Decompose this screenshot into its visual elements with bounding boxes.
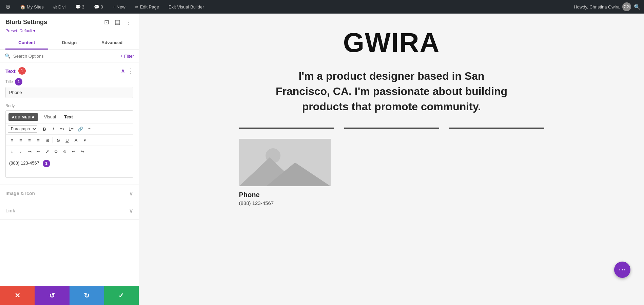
outdent-button[interactable]: ⇤ xyxy=(34,147,42,155)
undo-footer-button[interactable]: ↺ xyxy=(35,286,69,305)
body-label: Body xyxy=(0,102,139,110)
resize-icon[interactable]: ⊡ xyxy=(103,18,111,26)
table-button[interactable]: ⊞ xyxy=(43,136,51,144)
filter-label: + Filter xyxy=(120,54,134,59)
add-media-button[interactable]: ADD MEDIA xyxy=(8,113,38,121)
toolbar-row-3: ↕ ₓ ⇥ ⇤ ⤢ Ω ☺ ↩ ↪ xyxy=(6,146,133,157)
body-label-text: Body xyxy=(5,103,15,108)
placeholder-svg xyxy=(239,139,331,186)
paragraph-select[interactable]: Paragraph xyxy=(8,125,37,133)
ordered-list-button[interactable]: 1≡ xyxy=(67,125,75,133)
panel-footer: ✕ ↺ ↻ ✓ xyxy=(0,286,139,305)
indent-button[interactable]: ⇥ xyxy=(25,147,34,155)
body-content-text: (888) 123-4567 xyxy=(9,160,39,166)
badge-2: 1 xyxy=(43,160,50,167)
admin-bar: ⊛ 🏠 My Sites ◎ Divi 💬 3 💬 0 + New ✏ Edit… xyxy=(0,0,644,14)
chevron-down-icon-2: ∨ xyxy=(129,207,133,214)
blockquote-button[interactable]: ❝ xyxy=(85,125,94,133)
search-icon[interactable]: 🔍 xyxy=(634,4,641,10)
my-sites-menu[interactable]: 🏠 My Sites xyxy=(18,0,46,14)
collapse-icon[interactable]: ∧ xyxy=(121,67,125,75)
toolbar-row-1: Paragraph B I ≡• 1≡ 🔗 ❝ xyxy=(6,123,133,135)
divider-3 xyxy=(449,128,544,129)
link-header[interactable]: Link ∨ xyxy=(0,202,139,219)
section-menu-icon[interactable]: ⋮ xyxy=(127,67,133,75)
paste-button[interactable]: ↕ xyxy=(8,147,16,155)
avatar[interactable]: CG xyxy=(622,2,631,11)
image-icon-header[interactable]: Image & Icon ∨ xyxy=(0,185,139,202)
align-right-button[interactable]: ≡ xyxy=(25,136,34,144)
badge-1: 1 xyxy=(18,67,26,75)
align-justify-button[interactable]: ≡ xyxy=(34,136,42,144)
comments-menu[interactable]: 💬 3 xyxy=(73,0,86,14)
text-section-title: Text xyxy=(5,68,16,74)
badge-1b: 1 xyxy=(15,78,22,85)
strikethrough-button[interactable]: S xyxy=(54,136,62,144)
columns-icon[interactable]: ▤ xyxy=(113,18,122,26)
blurb-body: (888) 123-4567 xyxy=(239,200,274,206)
comments2-icon: 💬 xyxy=(94,4,99,9)
right-content: GWIRA I'm a product designer based in Sa… xyxy=(139,14,644,305)
visual-tab[interactable]: Visual xyxy=(40,113,60,121)
more-icon[interactable]: ⋮ xyxy=(124,18,133,26)
cancel-button[interactable]: ✕ xyxy=(0,286,35,305)
fullscreen-button[interactable]: ⤢ xyxy=(43,147,51,155)
wp-logo[interactable]: ⊛ xyxy=(3,0,13,14)
tab-design[interactable]: Design xyxy=(48,37,91,50)
blurb-image xyxy=(239,139,331,186)
divi-menu[interactable]: ◎ Divi xyxy=(51,0,68,14)
undo-button[interactable]: ↩ xyxy=(70,147,78,155)
panel-header: Blurb Settings ⊡ ▤ ⋮ Preset: Default ▾ C… xyxy=(0,14,139,50)
save-button[interactable]: ✓ xyxy=(104,286,139,305)
unordered-list-button[interactable]: ≡• xyxy=(58,125,66,133)
howdy-text: Howdy, Christina Gwira xyxy=(574,4,620,9)
more-formats-button[interactable]: ▾ xyxy=(81,136,89,144)
text-color-button[interactable]: A xyxy=(72,136,80,144)
fab-button[interactable]: ⋯ xyxy=(614,262,630,278)
new-menu[interactable]: + New xyxy=(111,0,128,14)
new-icon: + xyxy=(113,4,115,9)
tab-design-label: Design xyxy=(62,40,77,45)
comments-icon: 💬 xyxy=(75,4,81,9)
editor-toolbar: ADD MEDIA Visual Text xyxy=(5,110,133,178)
align-left-button[interactable]: ≡ xyxy=(8,136,16,144)
comments2-menu[interactable]: 💬 0 xyxy=(92,0,105,14)
divider-2 xyxy=(344,128,439,129)
text-tab[interactable]: Text xyxy=(60,113,77,121)
subscript-button[interactable]: ₓ xyxy=(17,147,25,155)
editor-body[interactable]: (888) 123-4567 1 xyxy=(6,157,133,177)
search-icon: 🔍 xyxy=(5,53,11,59)
title-label-text: Title xyxy=(5,79,13,84)
text-section: Text 1 ∧ ⋮ Title 1 Body xyxy=(0,62,139,185)
underline-button[interactable]: U xyxy=(63,136,71,144)
pencil-icon: ✏ xyxy=(135,4,139,9)
tab-advanced[interactable]: Advanced xyxy=(91,37,133,50)
link-title: Link xyxy=(5,208,15,213)
redo-button[interactable]: ↪ xyxy=(78,147,86,155)
comments2-count: 0 xyxy=(101,4,103,9)
tab-content[interactable]: Content xyxy=(5,37,48,50)
chevron-down-icon: ▾ xyxy=(33,28,35,33)
title-input[interactable] xyxy=(5,87,133,98)
site-title: GWIRA xyxy=(343,27,440,58)
search-input[interactable] xyxy=(13,54,118,59)
link-button[interactable]: 🔗 xyxy=(76,125,85,133)
blurb-title: Phone xyxy=(239,191,260,199)
tabs-row: Content Design Advanced xyxy=(5,37,133,50)
italic-button[interactable]: I xyxy=(49,125,57,133)
toolbar-divider-2 xyxy=(53,137,53,143)
edit-page-btn[interactable]: ✏ Edit Page xyxy=(133,0,161,14)
redo-footer-button[interactable]: ↻ xyxy=(70,286,104,305)
panel-title: Blurb Settings xyxy=(5,19,47,26)
exit-builder-btn[interactable]: Exit Visual Builder xyxy=(167,0,206,14)
fab-icon: ⋯ xyxy=(619,265,626,274)
bold-button[interactable]: B xyxy=(40,125,48,133)
special-chars-button[interactable]: Ω xyxy=(52,147,60,155)
editor-tabs: Visual Text xyxy=(40,113,77,121)
filter-button[interactable]: + Filter xyxy=(120,54,134,59)
preset-label[interactable]: Preset: Default ▾ xyxy=(5,28,133,33)
emoji-button[interactable]: ☺ xyxy=(61,147,69,155)
align-center-button[interactable]: ≡ xyxy=(17,136,25,144)
blurb-card: Phone (888) 123-4567 xyxy=(239,139,331,206)
toolbar-divider-1 xyxy=(39,126,39,132)
